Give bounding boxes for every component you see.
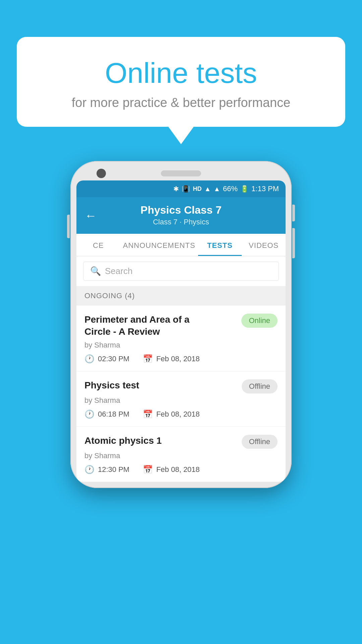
test-meta-2: 🕐 06:18 PM 📅 Feb 08, 2018 [84, 410, 278, 419]
front-camera [97, 169, 106, 178]
test-author-3: by Sharma [84, 451, 278, 460]
section-header-ongoing: ONGOING (4) [76, 286, 286, 306]
clock: 1:13 PM [251, 184, 279, 193]
status-bar: ✱ 📳 HD ▲ ▲ 66% 🔋 1:13 PM [76, 180, 286, 197]
test-item[interactable]: Atomic physics 1 Offline by Sharma 🕐 12:… [76, 427, 286, 482]
battery-level: 66% [223, 184, 238, 193]
header-subtitle: Class 7 · Physics [153, 218, 209, 226]
header-class: Class 7 [153, 218, 177, 226]
volume-button [67, 215, 70, 238]
test-title-1: Perimeter and Area of a Circle - A Revie… [84, 314, 212, 338]
header-title: Physics Class 7 [140, 204, 222, 216]
test-meta-1: 🕐 02:30 PM 📅 Feb 08, 2018 [84, 354, 278, 364]
clock-icon-1: 🕐 [84, 354, 95, 364]
test-time-1: 🕐 02:30 PM [84, 354, 129, 364]
earpiece-speaker [161, 170, 201, 176]
clock-icon-2: 🕐 [84, 410, 95, 419]
test-item-header-1: Perimeter and Area of a Circle - A Revie… [84, 314, 278, 338]
calendar-icon-3: 📅 [143, 465, 153, 474]
status-icons: ✱ 📳 HD ▲ ▲ 66% 🔋 1:13 PM [173, 184, 279, 193]
test-item-header-2: Physics test Offline [84, 379, 278, 393]
tabs-bar: CE ANNOUNCEMENTS TESTS VIDEOS [76, 234, 286, 256]
search-box[interactable]: 🔍 Search [83, 262, 279, 281]
status-badge-1: Online [241, 314, 278, 328]
status-badge-3: Offline [242, 435, 278, 449]
tab-announcements[interactable]: ANNOUNCEMENTS [120, 234, 198, 256]
back-button[interactable]: ← [85, 209, 97, 223]
test-author-2: by Sharma [84, 396, 278, 405]
power-button [292, 205, 295, 221]
speech-bubble: Online tests for more practice & better … [17, 37, 345, 127]
test-item[interactable]: Physics test Offline by Sharma 🕐 06:18 P… [76, 371, 286, 427]
phone-top [76, 167, 286, 180]
calendar-icon-2: 📅 [143, 410, 153, 419]
vibrate-icon: 📳 [182, 185, 190, 193]
test-title-2: Physics test [84, 379, 139, 391]
app-header: ← Physics Class 7 Class 7 · Physics [76, 197, 286, 234]
status-badge-2: Offline [242, 379, 278, 393]
phone-outer: ✱ 📳 HD ▲ ▲ 66% 🔋 1:13 PM ← Physics Class… [70, 161, 292, 488]
tab-videos[interactable]: VIDEOS [242, 234, 286, 256]
test-date-3: 📅 Feb 08, 2018 [143, 465, 200, 474]
header-subject: Physics [184, 218, 209, 226]
power-button-2 [292, 228, 295, 258]
wifi-icon: ▲ [204, 185, 211, 193]
search-container: 🔍 Search [76, 256, 286, 286]
test-date-2: 📅 Feb 08, 2018 [143, 410, 200, 419]
clock-icon-3: 🕐 [84, 465, 95, 474]
battery-icon: 🔋 [240, 185, 249, 193]
test-time-2: 🕐 06:18 PM [84, 410, 129, 419]
test-title-3: Atomic physics 1 [84, 435, 162, 447]
bluetooth-icon: ✱ [173, 185, 179, 193]
phone-mockup: ✱ 📳 HD ▲ ▲ 66% 🔋 1:13 PM ← Physics Class… [70, 161, 292, 488]
search-icon: 🔍 [90, 266, 101, 276]
header-separator: · [180, 218, 184, 226]
test-item[interactable]: Perimeter and Area of a Circle - A Revie… [76, 306, 286, 371]
bubble-title: Online tests [44, 57, 318, 89]
test-date-1: 📅 Feb 08, 2018 [143, 354, 200, 364]
test-item-header-3: Atomic physics 1 Offline [84, 435, 278, 449]
tab-tests[interactable]: TESTS [198, 234, 242, 256]
calendar-icon-1: 📅 [143, 354, 153, 364]
test-meta-3: 🕐 12:30 PM 📅 Feb 08, 2018 [84, 465, 278, 474]
signal-icon: ▲ [214, 185, 220, 193]
search-placeholder: Search [105, 266, 132, 276]
phone-screen: ✱ 📳 HD ▲ ▲ 66% 🔋 1:13 PM ← Physics Class… [76, 180, 286, 482]
bubble-subtitle: for more practice & better performance [44, 96, 318, 110]
test-author-1: by Sharma [84, 341, 278, 350]
speech-bubble-container: Online tests for more practice & better … [17, 37, 345, 127]
tab-ce[interactable]: CE [76, 234, 120, 256]
hd-icon: HD [193, 185, 201, 193]
test-time-3: 🕐 12:30 PM [84, 465, 129, 474]
